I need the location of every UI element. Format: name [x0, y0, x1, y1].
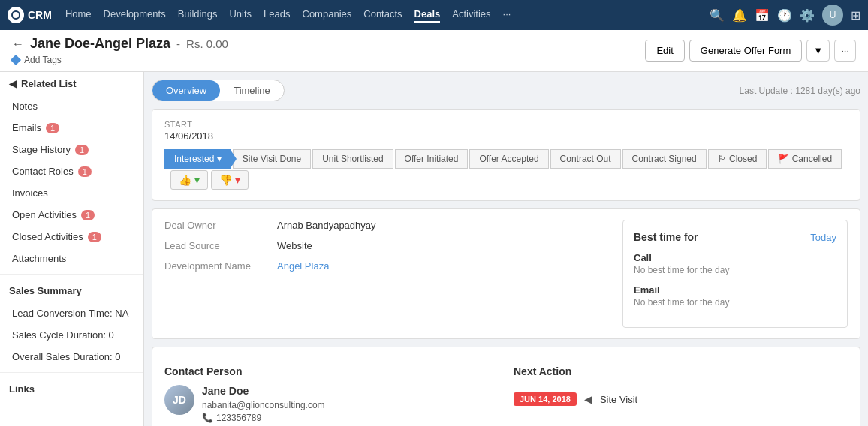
emails-badge: 1 [46, 123, 59, 134]
dev-name-label: Development Name [164, 260, 277, 272]
nav-buildings[interactable]: Buildings [178, 8, 218, 22]
open-activities-badge: 1 [81, 210, 95, 220]
nav-home[interactable]: Home [65, 8, 92, 22]
stage-pipeline: Interested ▾ Site Visit Done Unit Shortl… [164, 149, 848, 190]
sidebar-item-notes[interactable]: Notes [0, 95, 143, 117]
settings-icon[interactable]: ⚙️ [800, 8, 815, 22]
links-header[interactable]: Links [0, 377, 143, 400]
best-time-card: Best time for Today Call No best time fo… [622, 220, 848, 328]
open-activities-label: Open Activities [12, 209, 77, 220]
main-layout: ◀ Related List Notes Emails 1 Stage Hist… [0, 72, 868, 426]
lead-source-label: Lead Source [164, 240, 277, 251]
overall-sales-label: Overall Sales Duration: 0 [12, 351, 121, 362]
sidebar-item-open-activities[interactable]: Open Activities 1 [0, 204, 143, 226]
search-icon[interactable]: 🔍 [710, 8, 725, 22]
dev-name-value[interactable]: Angel Plaza [277, 260, 329, 272]
contact-section: Contact Person JD Jane Doe nabanita@glio… [164, 365, 848, 423]
tab-group: Overview Timeline [152, 80, 285, 101]
start-date: 14/06/2018 [164, 130, 848, 142]
sales-summary-label: Sales Summary [9, 285, 82, 296]
deal-owner-row: Deal Owner Arnab Bandyapadhyay [164, 220, 615, 231]
sidebar-item-stage-history[interactable]: Stage History 1 [0, 139, 143, 160]
stage-down-button[interactable]: 👎 ▾ [211, 170, 249, 190]
stage-card: START 14/06/2018 Interested ▾ Site Visit… [152, 109, 860, 201]
lead-source-row: Lead Source Website [164, 240, 615, 251]
stage-closed[interactable]: 🏳 Closed [708, 149, 767, 169]
sales-summary-header[interactable]: Sales Summary [0, 279, 143, 302]
tag-row[interactable]: Add Tags [12, 55, 228, 65]
app-logo[interactable]: CRM [8, 7, 52, 23]
nav-companies[interactable]: Companies [303, 8, 352, 22]
nav-contacts[interactable]: Contacts [363, 8, 402, 22]
stage-site-visit[interactable]: Site Visit Done [233, 149, 312, 169]
stage-offer-initiated[interactable]: Offer Initiated [395, 149, 469, 169]
add-tags-label[interactable]: Add Tags [24, 55, 62, 65]
sidebar-divider [0, 274, 143, 274]
tab-timeline[interactable]: Timeline [220, 80, 284, 100]
sidebar-item-overall-sales: Overall Sales Duration: 0 [0, 346, 143, 368]
title-row: ← Jane Doe-Angel Plaza - Rs. 0.00 [12, 36, 228, 52]
emails-label: Emails [12, 122, 41, 134]
sidebar-item-closed-activities[interactable]: Closed Activities 1 [0, 226, 143, 248]
next-action-row: JUN 14, 2018 ◀ Site Visit [514, 392, 848, 406]
main-nav: Home Developments Buildings Units Leads … [65, 8, 696, 22]
dropdown-arrow-button[interactable]: ▼ [806, 40, 830, 62]
nav-more[interactable]: ··· [503, 8, 511, 22]
topnav: CRM Home Developments Buildings Units Le… [0, 0, 868, 30]
stage-unit-shortlisted[interactable]: Unit Shortlisted [312, 149, 393, 169]
bell-icon[interactable]: 🔔 [732, 8, 747, 22]
nav-leads[interactable]: Leads [264, 8, 290, 22]
clock-icon[interactable]: 🕐 [777, 8, 792, 22]
edit-button[interactable]: Edit [645, 40, 684, 62]
next-action-title: Next Action [514, 365, 848, 377]
contact-roles-badge: 1 [78, 166, 92, 177]
header-actions: Edit Generate Offer Form ▼ ··· [645, 40, 856, 62]
contact-avatar: JD [164, 385, 194, 415]
nav-icons: 🔍 🔔 📅 🕐 ⚙️ U ⊞ [710, 4, 860, 26]
sidebar-item-lead-conversion: Lead Conversion Time: NA [0, 302, 143, 324]
links-label: Links [9, 383, 35, 394]
next-action-label: Site Visit [600, 394, 637, 405]
stage-contract-out[interactable]: Contract Out [550, 149, 621, 169]
calendar-icon[interactable]: 📅 [755, 8, 770, 22]
back-button[interactable]: ← [12, 38, 24, 51]
user-avatar[interactable]: U [822, 4, 843, 26]
generate-offer-form-button[interactable]: Generate Offer Form [689, 40, 802, 62]
nav-developments[interactable]: Developments [104, 8, 166, 22]
deal-owner-label: Deal Owner [164, 220, 277, 231]
nav-units[interactable]: Units [229, 8, 252, 22]
stage-offer-accepted[interactable]: Offer Accepted [469, 149, 548, 169]
best-time-today[interactable]: Today [810, 232, 836, 243]
attachments-label: Attachments [12, 253, 66, 264]
sidebar-item-invoices[interactable]: Invoices [0, 182, 143, 204]
sidebar-item-attachments[interactable]: Attachments [0, 248, 143, 269]
sidebar-item-contact-roles[interactable]: Contact Roles 1 [0, 160, 143, 182]
best-time-title: Best time for [634, 231, 698, 243]
subtitle: Rs. 0.00 [186, 38, 228, 50]
sidebar-item-emails[interactable]: Emails 1 [0, 117, 143, 139]
svg-point-0 [12, 11, 20, 19]
sidebar-related-list-header[interactable]: ◀ Related List [0, 72, 143, 95]
tab-overview[interactable]: Overview [152, 80, 220, 100]
grid-icon[interactable]: ⊞ [851, 8, 860, 22]
contact-card: Contact Person JD Jane Doe nabanita@glio… [152, 346, 860, 426]
sales-cycle-label: Sales Cycle Duration: 0 [12, 329, 114, 340]
stage-contract-signed[interactable]: Contract Signed [622, 149, 707, 169]
contact-right: Next Action JUN 14, 2018 ◀ Site Visit [514, 365, 848, 423]
stage-up-button[interactable]: 👍 ▾ [170, 170, 208, 190]
stage-interested[interactable]: Interested ▾ [164, 149, 231, 169]
sidebar-item-sales-cycle: Sales Cycle Duration: 0 [0, 324, 143, 346]
page-title: Jane Doe-Angel Plaza [30, 36, 170, 52]
closed-activities-label: Closed Activities [12, 231, 83, 242]
stage-history-label: Stage History [12, 144, 71, 155]
tag-diamond-icon [11, 55, 21, 65]
tabs-bar: Overview Timeline Last Update : 1281 day… [152, 80, 860, 101]
stage-cancelled[interactable]: 🚩 Cancelled [768, 149, 842, 169]
related-list-label: Related List [21, 78, 77, 89]
nav-deals[interactable]: Deals [414, 8, 441, 22]
contact-info: JD Jane Doe nabanita@glionconsulting.com… [164, 385, 499, 423]
more-options-button[interactable]: ··· [834, 40, 856, 62]
contact-name[interactable]: Jane Doe [202, 385, 325, 397]
details-section: Deal Owner Arnab Bandyapadhyay Lead Sour… [164, 220, 848, 328]
nav-activities[interactable]: Activities [452, 8, 490, 22]
